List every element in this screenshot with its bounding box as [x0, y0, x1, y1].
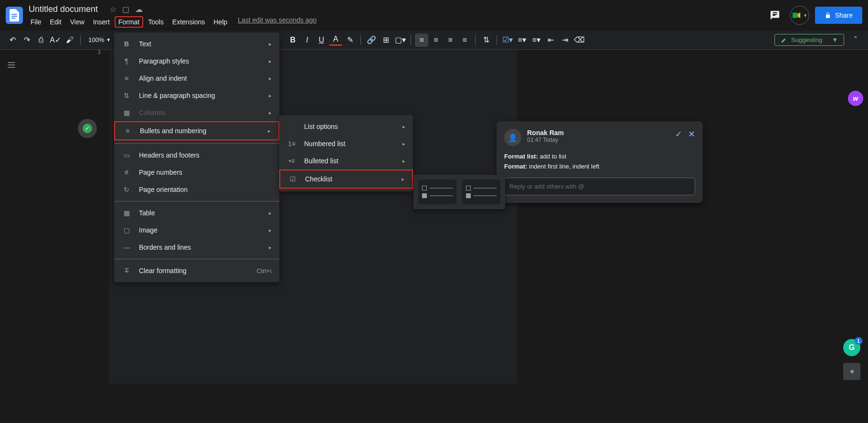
bold-icon[interactable]: B: [286, 33, 299, 47]
explore-icon[interactable]: ✦: [843, 363, 860, 380]
underline-icon[interactable]: U: [315, 33, 328, 47]
share-label: Share: [835, 11, 853, 19]
format-line-spacing[interactable]: ⇅Line & paragraph spacing▸: [114, 87, 279, 104]
outline-icon[interactable]: [4, 57, 19, 73]
separator: [360, 35, 361, 45]
format-paragraph-styles[interactable]: ¶Paragraph styles▸: [114, 53, 279, 70]
suggestion-badge[interactable]: ✓: [78, 119, 97, 138]
separator: [80, 35, 81, 45]
align-right-icon[interactable]: ≡: [444, 33, 457, 47]
align-left-icon[interactable]: ≡: [415, 33, 428, 47]
separator: [411, 35, 411, 45]
collapse-icon[interactable]: ˆ: [849, 33, 862, 47]
checklist-style-1[interactable]: [418, 180, 456, 204]
menu-insert[interactable]: Insert: [89, 16, 114, 28]
format-dropdown: BText▸ ¶Paragraph styles▸ ≡Align and ind…: [114, 32, 279, 282]
separator: [497, 35, 497, 45]
format-table[interactable]: ▦Table▸: [114, 204, 279, 222]
move-icon[interactable]: ▢: [122, 5, 129, 14]
svg-rect-0: [11, 14, 17, 15]
format-image[interactable]: ▢Image▸: [114, 222, 279, 239]
separator: [475, 35, 476, 45]
align-justify-icon[interactable]: ≡: [458, 33, 471, 47]
document-title[interactable]: Untitled document: [27, 3, 100, 15]
comment-body: Format list: add to list Format: indent …: [504, 152, 695, 172]
menu-view[interactable]: View: [66, 16, 88, 28]
wordtune-icon: w: [848, 91, 863, 106]
left-sidebar: [0, 50, 23, 423]
zoom-selector[interactable]: 100%▼: [85, 36, 115, 43]
avatar[interactable]: 👤: [504, 129, 521, 146]
increase-indent-icon[interactable]: ⇥: [558, 33, 572, 47]
mode-suggesting[interactable]: Suggesting ▼: [774, 34, 844, 46]
comment-time: 01:47 Today: [527, 137, 564, 143]
add-comment-icon[interactable]: ⊞: [379, 33, 392, 47]
text-color-icon[interactable]: A: [329, 34, 342, 46]
align-center-icon[interactable]: ≡: [429, 33, 443, 47]
header-right: ▼ Share: [765, 6, 862, 25]
bulleted-list-icon[interactable]: ≡▾: [515, 33, 529, 47]
format-text[interactable]: BText▸: [114, 35, 279, 53]
menu-extensions[interactable]: Extensions: [169, 16, 209, 28]
check-icon: ✓: [83, 124, 92, 133]
app-header: Untitled document ☆ ▢ ☁ File Edit View I…: [0, 0, 868, 31]
close-icon[interactable]: ✕: [688, 129, 695, 139]
last-edit-link[interactable]: Last edit was seconds ago: [238, 16, 317, 28]
menu-bar: File Edit View Insert Format Tools Exten…: [27, 16, 762, 28]
insert-image-icon[interactable]: ▢▾: [393, 33, 407, 47]
checklist[interactable]: ☑Checklist▸: [279, 169, 413, 189]
svg-rect-1: [11, 16, 17, 17]
format-page-numbers[interactable]: #Page numbers: [114, 164, 279, 181]
bullets-submenu: List options▸ 1≡Numbered list▸ •≡Bullete…: [279, 115, 413, 191]
format-borders-lines[interactable]: —Borders and lines▸: [114, 239, 279, 256]
menu-edit[interactable]: Edit: [46, 16, 65, 28]
divider: [114, 201, 279, 201]
grammarly-icon[interactable]: G1: [843, 339, 860, 356]
paint-format-icon[interactable]: 🖌: [63, 33, 76, 47]
bulleted-list[interactable]: •≡Bulleted list▸: [279, 152, 413, 169]
clear-formatting-icon[interactable]: ⌫: [572, 33, 586, 47]
highlight-color-icon[interactable]: ✎: [343, 33, 357, 47]
italic-icon[interactable]: I: [300, 33, 314, 47]
comments-icon[interactable]: [765, 6, 784, 25]
menu-tools[interactable]: Tools: [144, 16, 168, 28]
meet-icon[interactable]: ▼: [790, 6, 809, 25]
numbered-list[interactable]: 1≡Numbered list▸: [279, 135, 413, 152]
link-icon[interactable]: 🔗: [365, 33, 378, 47]
checklist-options: [413, 175, 505, 209]
redo-icon[interactable]: ↷: [20, 33, 33, 47]
share-button[interactable]: Share: [815, 7, 862, 24]
title-area: Untitled document ☆ ▢ ☁ File Edit View I…: [27, 3, 762, 28]
chevron-down-icon: ▼: [832, 36, 838, 43]
star-icon[interactable]: ☆: [110, 5, 116, 14]
decrease-indent-icon[interactable]: ⇤: [544, 33, 557, 47]
checklist-icon[interactable]: ☑▾: [501, 33, 514, 47]
print-icon[interactable]: ⎙: [34, 33, 48, 47]
undo-icon[interactable]: ↶: [6, 33, 19, 47]
comment-card: 👤 Ronak Ram 01:47 Today ✓ ✕ Format list:…: [497, 121, 703, 203]
cloud-icon[interactable]: ☁: [135, 5, 143, 14]
menu-format[interactable]: Format: [115, 16, 143, 28]
checklist-style-2[interactable]: [462, 180, 500, 204]
line-spacing-icon[interactable]: ⇅: [479, 33, 493, 47]
grammarly-badge: 1: [855, 337, 862, 345]
accept-icon[interactable]: ✓: [675, 129, 682, 139]
divider: [114, 259, 279, 259]
format-page-orientation[interactable]: ↻Page orientation: [114, 181, 279, 198]
comment-author: Ronak Ram: [527, 129, 564, 137]
menu-help[interactable]: Help: [210, 16, 231, 28]
format-bullets-numbering[interactable]: ≡Bullets and numbering▸: [114, 121, 279, 140]
format-clear-formatting[interactable]: T̶Clear formattingCtrl+\: [114, 262, 279, 279]
format-headers-footers[interactable]: ▭Headers and footers: [114, 147, 279, 164]
format-align-indent[interactable]: ≡Align and indent▸: [114, 70, 279, 87]
collaborator-chip[interactable]: w: [848, 91, 863, 106]
reply-input[interactable]: Reply or add others with @: [504, 178, 695, 195]
svg-rect-2: [11, 18, 15, 19]
divider: [114, 143, 279, 144]
docs-logo[interactable]: [6, 7, 23, 24]
format-columns[interactable]: ▦Columns▸: [114, 104, 279, 121]
list-options[interactable]: List options▸: [279, 118, 413, 135]
spellcheck-icon[interactable]: A✓: [49, 33, 62, 47]
menu-file[interactable]: File: [27, 16, 45, 28]
numbered-list-icon[interactable]: ≡▾: [529, 33, 543, 47]
